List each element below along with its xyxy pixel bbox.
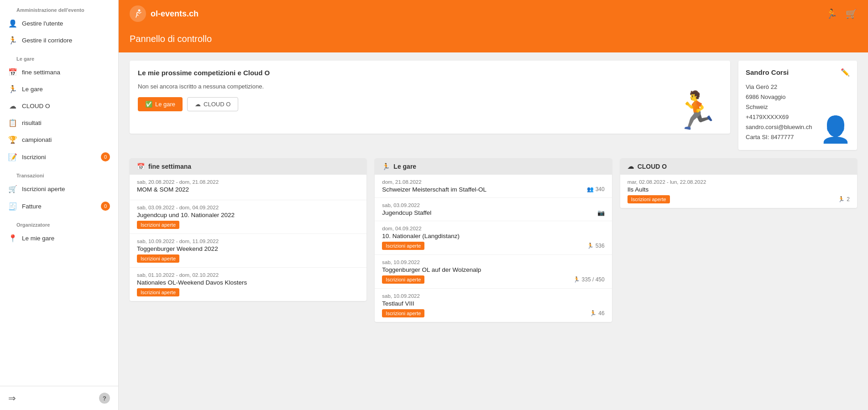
user-icon: 👤	[8, 19, 17, 28]
participant-count: 👥 340	[587, 186, 605, 192]
profile-card: Sandro Corsi ✏️ Via Gerò 22 6986 Novaggi…	[738, 61, 857, 150]
runner4-icon: 🏃	[587, 243, 594, 249]
event-name[interactable]: MOM & SOM 2022	[137, 186, 359, 193]
sidebar-item-gestire-utente[interactable]: 👤 Gestire l'utente	[0, 15, 118, 32]
profile-country: Schweiz	[746, 102, 850, 112]
fine-settimana-header: 📅 fine settimana	[130, 158, 366, 175]
badge-open: Iscrizioni aperte	[137, 288, 179, 296]
cloud-o-card: ☁ CLOUD O mar, 02.08.2022 - lun, 22.08.2…	[620, 158, 857, 208]
sidebar-item-cloud-o[interactable]: ☁ CLOUD O	[0, 98, 118, 114]
bottom-row: 📅 fine settimana sab, 20.08.2022 - dom, …	[130, 158, 857, 322]
svg-point-0	[138, 10, 141, 12]
sidebar-item-iscrizioni-aperte[interactable]: 🛒 Iscrizioni aperte	[0, 181, 118, 197]
event-date: sab, 01.10.2022 - dom, 02.10.2022	[137, 272, 359, 278]
cloud-btn-icon: ☁	[195, 101, 201, 108]
logo-text: ol-events.ch	[151, 9, 199, 19]
sidebar-item-fatture[interactable]: 🧾 Fatture 0	[0, 197, 118, 215]
event-date: dom, 04.09.2022	[382, 226, 604, 231]
event-date: sab, 03.09.2022 - dom, 04.09.2022	[137, 205, 359, 210]
list-item: sab, 20.08.2022 - dom, 21.08.2022 MOM & …	[130, 175, 366, 200]
sidebar-item-label: Gestire il corridore	[22, 37, 72, 44]
calendar-icon: 📅	[8, 68, 17, 77]
sidebar-item-label: Gestire l'utente	[22, 20, 63, 27]
btn-le-gare[interactable]: ✅ Le gare	[138, 97, 183, 111]
group-icon: 👥	[587, 186, 594, 192]
header-actions: 🏃 🛒	[826, 8, 857, 19]
list-item: dom, 04.09.2022 10. Nationaler (Langdist…	[375, 221, 612, 255]
list-item: sab, 03.09.2022 Jugendcup Staffel 📷	[375, 198, 612, 221]
event-name[interactable]: Ils Aults	[627, 186, 850, 193]
sidebar-item-label: Le mie gare	[22, 235, 54, 242]
sidebar-item-label: Iscrizioni aperte	[22, 186, 65, 192]
event-name[interactable]: Toggenburger OL auf der Wolzenalp	[382, 266, 604, 273]
badge-open: Iscrizioni aperte	[627, 195, 670, 203]
page-title: Pannello di controllo	[130, 34, 857, 44]
badge-open: Iscrizioni aperte	[382, 242, 424, 250]
sidebar-item-label: Le gare	[22, 86, 43, 93]
runner2-icon: 🏃	[8, 85, 17, 93]
runner5-icon: 🏃	[573, 276, 580, 283]
calendar2-icon: 📅	[137, 163, 145, 170]
profile-carta: Carta SI: 8477777	[746, 132, 850, 142]
list-item: sab, 10.09.2022 Toggenburger OL auf der …	[375, 255, 612, 289]
gare-section-label: Le gare	[8, 49, 42, 63]
sidebar-item-fine-settimana[interactable]: 📅 fine settimana	[0, 64, 118, 81]
event-name[interactable]: Testlauf VIII	[382, 300, 604, 307]
help-icon[interactable]: ?	[99, 393, 110, 404]
circle-check-icon: ✅	[145, 101, 152, 108]
sidebar-item-campionati[interactable]: 🏆 campionati	[0, 131, 118, 148]
header: ol-events.ch 🏃 🛒	[119, 0, 868, 27]
sidebar-item-le-gare[interactable]: 🏃 Le gare	[0, 81, 118, 98]
edit-profile-icon[interactable]: ✏️	[841, 68, 850, 77]
event-name[interactable]: Nationales OL-Weekend Davos Klosters	[137, 279, 359, 286]
fine-settimana-card: 📅 fine settimana sab, 20.08.2022 - dom, …	[130, 158, 366, 301]
pencil-icon: 📝	[8, 153, 17, 161]
profile-phone: +4179XXXXX69	[746, 112, 850, 122]
cloud-icon: ☁	[8, 102, 17, 110]
profile-address2: 6986 Novaggio	[746, 92, 850, 102]
list-item: sab, 01.10.2022 - dom, 02.10.2022 Nation…	[130, 268, 366, 301]
sidebar: Amministrazione dell'evento 👤 Gestire l'…	[0, 0, 119, 410]
runner3-icon: 🏃	[382, 163, 390, 170]
header-cart-icon[interactable]: 🛒	[846, 8, 857, 19]
btn-cloud-o[interactable]: ☁ CLOUD O	[187, 97, 238, 111]
badge-open: Iscrizioni aperte	[382, 275, 424, 284]
sidebar-item-label: CLOUD O	[22, 103, 50, 109]
participant-count: 🏃 46	[590, 310, 604, 317]
sidebar-item-label: fine settimana	[22, 69, 60, 76]
cloud-o-body: mar, 02.08.2022 - lun, 22.08.2022 Ils Au…	[620, 175, 857, 208]
list-item: dom, 21.08.2022 Schweizer Meisterschaft …	[375, 175, 612, 198]
event-name[interactable]: 10. Nationaler (Langdistanz)	[382, 233, 604, 239]
header-runner-icon[interactable]: 🏃	[826, 8, 837, 19]
profile-name: Sandro Corsi	[746, 68, 789, 76]
event-name[interactable]: Jugendcup Staffel	[382, 209, 431, 216]
logout-icon[interactable]: ⇒	[8, 393, 16, 404]
badge-open: Iscrizioni aperte	[382, 309, 424, 317]
list-item: mar, 02.08.2022 - lun, 22.08.2022 Ils Au…	[620, 175, 857, 208]
sidebar-item-gestire-corridore[interactable]: 🏃 Gestire il corridore	[0, 32, 118, 49]
runner7-icon: 🏃	[838, 196, 845, 202]
event-date: dom, 21.08.2022	[382, 179, 604, 185]
sidebar-item-label: campionati	[22, 136, 52, 143]
profile-address1: Via Gerò 22	[746, 82, 850, 92]
event-date: sab, 10.09.2022	[382, 293, 604, 299]
sidebar-item-label: Fatture	[22, 203, 42, 210]
cart-icon: 🛒	[8, 185, 17, 193]
sidebar-item-iscrizioni[interactable]: 📝 Iscrizioni 0	[0, 148, 118, 166]
cloud2-icon: ☁	[627, 163, 634, 170]
sidebar-item-label: risultati	[22, 119, 42, 126]
sidebar-item-risultati[interactable]: 📋 risultati	[0, 114, 118, 131]
transazioni-section-label: Transazioni	[8, 166, 52, 180]
event-name[interactable]: Toggenburger Weekend 2022	[137, 245, 359, 252]
le-gare-header: 🏃 Le gare	[375, 158, 612, 175]
my-competitions-card: Le mie prossime competizioni e Cloud O N…	[130, 61, 730, 134]
sidebar-item-label: Iscrizioni	[22, 154, 46, 161]
event-name[interactable]: Schweizer Meisterschaft im Staffel-OL	[382, 186, 486, 193]
list-item: sab, 03.09.2022 - dom, 04.09.2022 Jugend…	[130, 200, 366, 234]
main-content: ol-events.ch 🏃 🛒 Pannello di controllo L…	[119, 0, 868, 410]
sidebar-footer: ⇒ ?	[0, 386, 118, 410]
fatture-badge: 0	[101, 202, 110, 211]
sidebar-item-le-mie-gare[interactable]: 📍 Le mie gare	[0, 230, 118, 247]
event-name[interactable]: Jugendcup und 10. Nationaler 2022	[137, 212, 359, 218]
profile-info: Via Gerò 22 6986 Novaggio Schweiz +4179X…	[746, 82, 850, 143]
